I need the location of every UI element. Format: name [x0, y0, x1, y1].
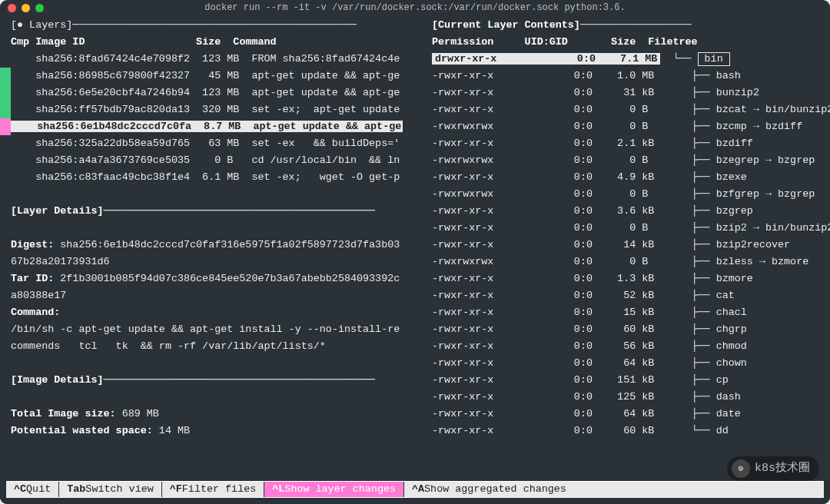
layer-row[interactable]: sha256:86985c679800f42327 45 MB apt-get …	[11, 68, 426, 85]
detail-line: Total Image size: 689 MB	[11, 406, 426, 423]
layer-row-selected[interactable]: sha256:6e1b48dc2cccd7c0fa 8.7 MB apt-get…	[11, 118, 426, 135]
filetree-row[interactable]: -rwxr-xr-x 0:0 64 kB ├── date	[426, 406, 830, 423]
filetree-row[interactable]: -rwxrwxrwx 0:0 0 B ├── bzcmp → bzdiff	[426, 118, 830, 135]
filter-action[interactable]: ^F Filter files	[162, 482, 264, 497]
filetree-row[interactable]: -rwxrwxrwx 0:0 0 B ├── bzless → bzmore	[426, 254, 830, 270]
detail-line: Command:	[11, 304, 426, 321]
zoom-icon[interactable]	[35, 4, 44, 12]
filetree-row[interactable]: -rwxr-xr-x 0:0 0 B ├── bzcat → bin/bunzi…	[426, 101, 830, 118]
layer-row[interactable]: sha256:6e5e20cbf4a7246b94 123 MB apt-get…	[11, 85, 426, 101]
filetree-row[interactable]: -rwxr-xr-x 0:0 64 kB ├── chown	[426, 355, 830, 372]
filetree-row[interactable]: -rwxr-xr-x 0:0 1.0 MB ├── bash	[426, 68, 830, 85]
layer-row[interactable]: sha256:a4a7a3673769ce5035 0 B cd /usr/lo…	[11, 152, 426, 169]
filetree-row-selected[interactable]: drwxr-xr-x 0:0 7.1 MB └── bin	[426, 51, 830, 68]
detail-line: /bin/sh -c apt-get update && apt-get ins…	[11, 321, 426, 338]
switch-view-action[interactable]: Tab Switch view	[59, 482, 161, 497]
filetree-row[interactable]: -rwxr-xr-x 0:0 15 kB ├── chacl	[426, 304, 830, 321]
filetree-row[interactable]: -rwxr-xr-x 0:0 1.3 kB ├── bzmore	[426, 270, 830, 287]
watermark: ⊙ k8s技术圈	[727, 456, 819, 481]
filetree-row[interactable]: -rwxr-xr-x 0:0 4.9 kB ├── bzexe	[426, 169, 830, 186]
filetree-row[interactable]: -rwxr-xr-x 0:0 2.1 kB ├── bzdiff	[426, 135, 830, 152]
window-title: docker run --rm -it -v /var/run/docker.s…	[0, 0, 830, 15]
layer-row[interactable]: sha256:325a22db58ea59d765 63 MB set -ex …	[11, 135, 426, 152]
rows-area: sha256:8fad67424c4e7098f2 123 MB FROM sh…	[0, 51, 830, 439]
filetree-row[interactable]: -rwxr-xr-x 0:0 31 kB ├── bunzip2	[426, 85, 830, 101]
detail-line	[11, 389, 426, 406]
wechat-icon: ⊙	[732, 459, 750, 478]
section-title: [Image Details]─────────────────────────…	[11, 372, 426, 389]
detail-line: 67b28a20173931d6	[11, 254, 426, 270]
filetree-row[interactable]: -rwxr-xr-x 0:0 125 kB ├── dash	[426, 389, 830, 406]
statusbar: ^C Quit Tab Switch view ^F Filter files …	[6, 481, 824, 498]
filetree-row[interactable]: -rwxr-xr-x 0:0 14 kB ├── bzip2recover	[426, 237, 830, 254]
layers-panel-title: [● Layers]──────────────────────────────…	[11, 17, 426, 34]
layer-row[interactable]: sha256:c83faac49cbc38f1e4 6.1 MB set -ex…	[11, 169, 426, 186]
layer-changes-action[interactable]: ^L Show layer changes	[264, 482, 403, 497]
layer-row[interactable]: sha256:8fad67424c4e7098f2 123 MB FROM sh…	[11, 51, 426, 68]
filetree-row[interactable]: -rwxr-xr-x 0:0 60 kB ├── chgrp	[426, 321, 830, 338]
detail-line	[11, 220, 426, 237]
titlebar: docker run --rm -it -v /var/run/docker.s…	[0, 0, 830, 15]
detail-line: a80388e17	[11, 287, 426, 304]
contents-columns: Permission UID:GID Size Filetree	[426, 34, 830, 51]
filetree-row[interactable]: -rwxr-xr-x 0:0 3.6 kB ├── bzgrep	[426, 203, 830, 220]
filetree-row[interactable]: -rwxr-xr-x 0:0 56 kB ├── chmod	[426, 338, 830, 355]
layers-columns: Cmp Image ID Size Command	[11, 34, 426, 51]
aggregated-changes-action[interactable]: ^A Show aggregated changes	[404, 482, 574, 497]
minimize-icon[interactable]	[22, 4, 30, 12]
detail-line: Potential wasted space: 14 MB	[11, 423, 426, 439]
close-icon[interactable]	[8, 4, 16, 12]
detail-line	[11, 355, 426, 372]
terminal-window: { "window": { "title": "docker run --rm …	[0, 0, 830, 504]
detail-line: Digest: sha256:6e1b48dc2cccd7c0faf316e59…	[11, 237, 426, 254]
layer-row[interactable]: sha256:ff57bdb79ac820da13 320 MB set -ex…	[11, 101, 426, 118]
detail-line	[11, 186, 426, 203]
contents-panel-title: [Current Layer Contents]────────────────…	[426, 17, 830, 34]
section-title: [Layer Details]─────────────────────────…	[11, 203, 426, 220]
filetree-row[interactable]: -rwxr-xr-x 0:0 52 kB ├── cat	[426, 287, 830, 304]
quit-action[interactable]: ^C Quit	[6, 482, 58, 497]
filetree-row[interactable]: -rwxrwxrwx 0:0 0 B ├── bzfgrep → bzgrep	[426, 186, 830, 203]
filetree-row[interactable]: -rwxr-xr-x 0:0 151 kB ├── cp	[426, 372, 830, 389]
filetree-row[interactable]: -rwxrwxrwx 0:0 0 B ├── bzegrep → bzgrep	[426, 152, 830, 169]
filetree-row[interactable]: -rwxr-xr-x 0:0 60 kB └── dd	[426, 423, 830, 439]
detail-line: Tar ID: 2f1b3001b085f94d07c386ce845ee520…	[11, 270, 426, 287]
window-controls	[8, 4, 44, 12]
detail-line: commends tcl tk && rm -rf /var/lib/apt/l…	[11, 338, 426, 355]
terminal-body: [● Layers]──────────────────────────────…	[0, 15, 830, 504]
filetree-row[interactable]: -rwxr-xr-x 0:0 0 B ├── bzip2 → bin/bunzi…	[426, 220, 830, 237]
